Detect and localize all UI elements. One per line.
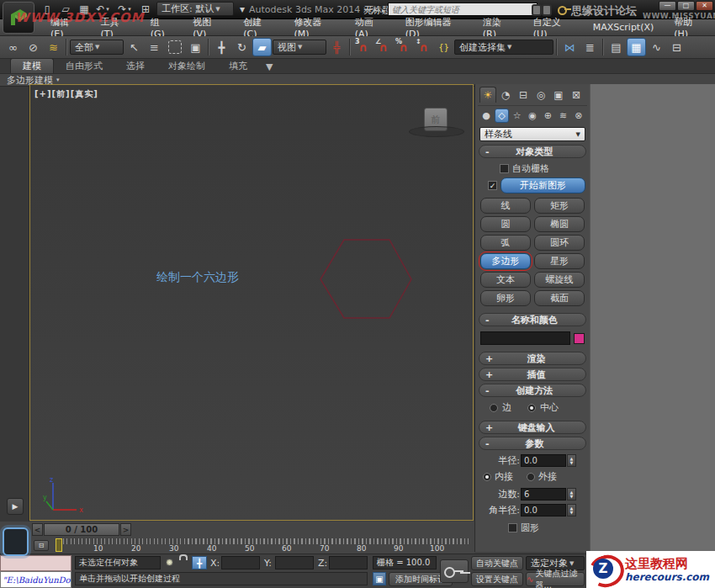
menu-customize[interactable]: 自定义(U) <box>523 19 583 35</box>
maxscript-listener-pink[interactable] <box>0 555 72 571</box>
rollout-keyboard-entry[interactable]: +键盘输入 <box>479 421 586 434</box>
prev-frame-icon[interactable]: < <box>32 523 43 536</box>
rollout-name-color[interactable]: -名称和颜色 <box>479 313 586 326</box>
expand-strip-icon[interactable]: ▶ <box>7 498 24 515</box>
shape-button-line[interactable]: 线 <box>480 198 531 214</box>
rollout-parameters[interactable]: -参数 <box>479 437 586 450</box>
radius-field[interactable]: 0.0 <box>521 454 566 467</box>
ribbon-tab-selection[interactable]: 选择 <box>114 59 156 73</box>
time-slider-marker[interactable] <box>56 538 62 552</box>
lightbulb-icon[interactable] <box>166 559 173 566</box>
shape-button-section[interactable]: 截面 <box>534 290 585 306</box>
spacewarps-icon[interactable]: ≋ <box>556 109 569 123</box>
x-coordinate-field[interactable] <box>221 556 260 569</box>
sides-spinner[interactable]: ▲▼ <box>567 488 576 501</box>
shapes-icon[interactable]: ◇ <box>495 109 508 123</box>
undo-icon[interactable]: ↶▾ <box>94 2 111 17</box>
ribbon-tab-object-paint[interactable]: 对象绘制 <box>156 59 217 73</box>
spinner-snap-icon[interactable]: ↕∩ <box>414 38 433 56</box>
mini-listener-toggle[interactable] <box>3 527 29 556</box>
edge-radio[interactable] <box>490 404 498 412</box>
menu-help[interactable]: 帮助(H) <box>664 19 715 35</box>
isolate-toggle-icon[interactable]: ▣ <box>373 572 386 585</box>
object-name-field[interactable] <box>480 331 570 345</box>
viewport-front[interactable]: [+][前][真实] 前 绘制一个六边形 z x y <box>29 84 474 521</box>
sides-field[interactable]: 6 <box>521 488 566 501</box>
graphite-ribbon-icon[interactable]: ▦ <box>627 38 646 56</box>
track-bar-ruler[interactable]: 10 20 30 40 50 60 70 80 90 100 <box>63 538 469 553</box>
menu-modifiers[interactable]: 修改器(M) <box>283 19 344 35</box>
y-coordinate-field[interactable] <box>275 556 314 569</box>
maximize-icon[interactable]: □ <box>677 1 695 11</box>
shape-button-helix[interactable]: 螺旋线 <box>534 272 585 288</box>
select-manipulate-icon[interactable]: ╬ <box>327 38 347 56</box>
time-slider-range[interactable]: 0 / 100 <box>44 523 119 536</box>
shape-button-circle[interactable]: 圆 <box>480 216 531 232</box>
menu-tools[interactable]: 工具(T) <box>90 19 140 35</box>
circular-checkbox[interactable] <box>508 523 517 532</box>
start-new-shape-button[interactable]: 开始新图形 <box>500 177 585 193</box>
bind-spacewarp-icon[interactable]: ≋ <box>44 38 63 56</box>
snap-toggle-icon[interactable]: 3∩ <box>353 38 373 56</box>
maxscript-listener-white[interactable]: "E:\BaiduYunDo <box>0 571 72 588</box>
help-search-input[interactable] <box>388 3 538 16</box>
key-filters-button[interactable]: ∿关键点过滤器... <box>526 572 585 586</box>
shape-button-arc[interactable]: 弧 <box>480 235 531 251</box>
lights-icon[interactable]: ☆ <box>511 109 524 123</box>
menu-views[interactable]: 视图(V) <box>183 19 233 35</box>
selected-keys-icon[interactable]: ⊟ <box>34 540 49 551</box>
absolute-mode-icon[interactable]: ╋ <box>192 556 207 569</box>
create-tab-icon[interactable]: ☀ <box>479 87 496 103</box>
ribbon-overflow-icon[interactable]: ▼ <box>259 61 279 73</box>
save-file-icon[interactable]: ▦ <box>76 2 93 17</box>
workspace-menu-icon[interactable]: ▾ <box>236 2 248 17</box>
schematic-view-icon[interactable]: ⊟ <box>667 38 686 56</box>
select-scale-icon[interactable]: ▰ <box>252 38 272 56</box>
motion-tab-icon[interactable]: ◎ <box>532 87 549 103</box>
max-logo-button[interactable] <box>3 2 34 34</box>
circumscribed-radio[interactable] <box>527 473 535 481</box>
menu-rendering[interactable]: 渲染(R) <box>473 19 523 35</box>
mirror-icon[interactable]: ⋈ <box>560 38 580 56</box>
hierarchy-tab-icon[interactable]: ⊟ <box>515 87 532 103</box>
menu-animation[interactable]: 动画(A) <box>345 19 395 35</box>
menu-create[interactable]: 创建(C) <box>233 19 283 35</box>
menu-edit[interactable]: 编辑(E) <box>40 19 90 35</box>
ribbon-tab-modeling[interactable]: 建模 <box>10 58 54 73</box>
shape-button-text[interactable]: 文本 <box>480 272 531 288</box>
coord-system-dropdown[interactable]: 视图 ▼ <box>273 40 326 55</box>
align-icon[interactable]: ≣ <box>580 38 600 56</box>
set-keys-button[interactable]: 设置关键点 <box>471 572 523 586</box>
workspace-dropdown[interactable]: 工作区: 默认 ▼ <box>156 2 234 16</box>
shape-button-ngon[interactable]: 多边形 <box>480 253 531 269</box>
shape-button-egg[interactable]: 卵形 <box>480 290 531 306</box>
ribbon-tab-freeform[interactable]: 自由形式 <box>54 59 114 73</box>
select-link-icon[interactable]: ∞ <box>3 38 23 56</box>
next-frame-icon[interactable]: > <box>120 523 131 536</box>
unlink-icon[interactable]: ⊘ <box>24 38 43 56</box>
redo-icon[interactable]: ↷▾ <box>116 2 133 17</box>
edit-named-sets-icon[interactable]: {} <box>434 38 453 56</box>
selection-filter-dropdown[interactable]: 全部 ▼ <box>70 40 124 55</box>
minimize-icon[interactable]: — <box>659 1 676 11</box>
radius-spinner[interactable]: ▲▼ <box>567 454 576 467</box>
helpers-icon[interactable]: ⊕ <box>541 109 554 123</box>
autogrid-checkbox[interactable] <box>500 164 509 173</box>
menu-graph-editors[interactable]: 图形编辑器(D) <box>395 19 473 35</box>
corner-radius-spinner[interactable]: ▲▼ <box>567 504 576 516</box>
named-sets-dropdown[interactable]: 创建选择集 ▼ <box>454 40 553 55</box>
rollout-interpolation[interactable]: +插值 <box>479 368 586 381</box>
object-color-swatch[interactable] <box>574 333 585 344</box>
shape-button-rectangle[interactable]: 矩形 <box>534 198 585 214</box>
rollout-creation-method[interactable]: -创建方法 <box>479 384 586 397</box>
menu-maxscript[interactable]: MAXScript(X) <box>583 19 665 35</box>
auto-key-button[interactable]: 自动关键点 <box>471 556 523 570</box>
ribbon-tab-populate[interactable]: 填充 <box>217 59 259 73</box>
z-coordinate-field[interactable] <box>329 556 368 569</box>
shape-button-ellipse[interactable]: 椭圆 <box>534 216 585 232</box>
shape-button-star[interactable]: 星形 <box>534 253 585 269</box>
shape-category-dropdown[interactable]: 样条线 ▼ <box>479 127 585 141</box>
systems-icon[interactable]: ⊗ <box>572 109 585 123</box>
window-crossing-icon[interactable]: ▣ <box>186 38 205 56</box>
start-new-shape-checkbox[interactable]: ✓ <box>488 181 497 190</box>
